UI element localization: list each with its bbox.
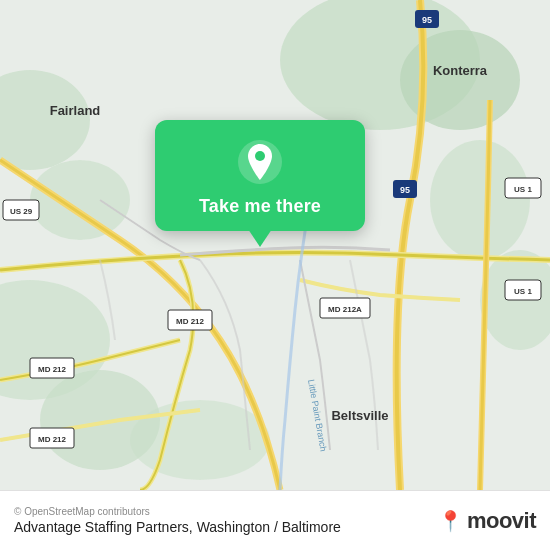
copyright-text: © OpenStreetMap contributors <box>14 506 438 517</box>
moovit-logo: 📍 moovit <box>438 508 536 534</box>
location-name: Advantage Staffing Partners, Washington … <box>14 519 438 535</box>
svg-point-8 <box>430 140 530 260</box>
svg-text:MD 212A: MD 212A <box>328 305 362 314</box>
moovit-pin-icon: 📍 <box>438 509 463 533</box>
svg-point-4 <box>30 160 130 240</box>
svg-text:95: 95 <box>400 185 410 195</box>
footer-left: © OpenStreetMap contributors Advantage S… <box>14 506 438 535</box>
moovit-brand-text: moovit <box>467 508 536 534</box>
map-background: 95 95 US 29 US 1 US 1 MD 212 MD 212 MD 2… <box>0 0 550 490</box>
popup-tail <box>248 229 272 247</box>
svg-text:Konterra: Konterra <box>433 63 488 78</box>
map-container: 95 95 US 29 US 1 US 1 MD 212 MD 212 MD 2… <box>0 0 550 490</box>
svg-text:US 1: US 1 <box>514 185 532 194</box>
svg-text:MD 212: MD 212 <box>38 365 67 374</box>
svg-text:MD 212: MD 212 <box>176 317 205 326</box>
svg-text:US 1: US 1 <box>514 287 532 296</box>
popup-label: Take me there <box>199 196 321 217</box>
svg-text:95: 95 <box>422 15 432 25</box>
take-me-there-card[interactable]: Take me there <box>155 120 365 231</box>
svg-text:Beltsville: Beltsville <box>331 408 388 423</box>
location-pin-icon <box>236 138 284 186</box>
svg-text:Fairland: Fairland <box>50 103 101 118</box>
svg-point-33 <box>255 151 265 161</box>
svg-text:MD 212: MD 212 <box>38 435 67 444</box>
svg-text:US 29: US 29 <box>10 207 33 216</box>
footer: © OpenStreetMap contributors Advantage S… <box>0 490 550 550</box>
